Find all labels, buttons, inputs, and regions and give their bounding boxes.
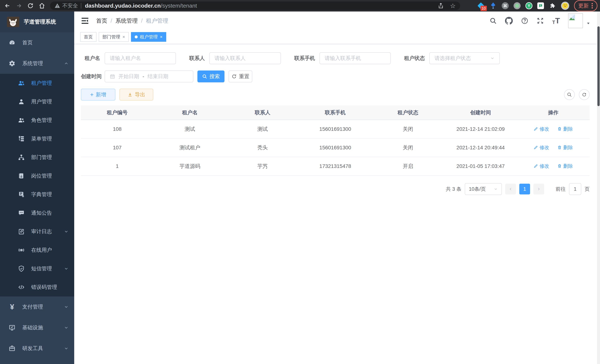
contact-input[interactable] xyxy=(209,52,281,64)
bookmark-star-icon[interactable]: ☆ xyxy=(450,2,456,9)
sidebar-item-notice[interactable]: 通知公告 xyxy=(0,204,74,222)
main-area: 首页 / 系统管理 / 租户管理 TT xyxy=(74,11,597,364)
cell-actions: 修改 删除 xyxy=(517,157,590,176)
sidebar-item-post[interactable]: 岗位管理 xyxy=(0,167,74,185)
chrome-update-button[interactable]: 更新 xyxy=(574,0,597,11)
goto-page-input[interactable] xyxy=(569,183,581,195)
app-title: 芋道管理系统 xyxy=(24,18,56,26)
chevron-down-icon xyxy=(64,266,69,271)
browser-scrollbar[interactable] xyxy=(597,11,600,364)
tab-home[interactable]: 首页 xyxy=(80,32,96,42)
sidebar-item-tenant[interactable]: 租户管理 xyxy=(0,74,74,92)
sidebar-item-infra[interactable]: 基础设施 xyxy=(0,317,74,338)
extension-badge: 10 xyxy=(480,6,487,11)
sidebar-item-devtools[interactable]: 研发工具 xyxy=(0,338,74,359)
sidebar-item-user[interactable]: 用户管理 xyxy=(0,92,74,111)
refresh-table-button[interactable] xyxy=(579,89,590,100)
export-button[interactable]: 导出 xyxy=(120,89,153,101)
app-logo-row[interactable]: 芋道管理系统 xyxy=(0,11,74,32)
edit-link[interactable]: 修改 xyxy=(534,163,549,169)
sidebar-item-label: 岗位管理 xyxy=(31,172,69,179)
message-icon xyxy=(17,210,26,216)
page-size-select[interactable]: 10条/页 xyxy=(465,183,502,195)
table-toolbar: + 新增 导出 xyxy=(81,89,590,101)
urlbar-divider xyxy=(81,3,81,9)
edit-link[interactable]: 修改 xyxy=(534,126,549,132)
refresh-icon xyxy=(582,92,587,97)
security-warning[interactable]: 不安全 xyxy=(55,2,78,9)
sidebar-item-dept[interactable]: 部门管理 xyxy=(0,148,74,167)
reset-button[interactable]: 重置 xyxy=(229,71,252,82)
cell-contact: 测试 xyxy=(226,120,299,138)
prev-page-button[interactable] xyxy=(505,184,516,195)
sidebar-item-dict[interactable]: 字典管理 xyxy=(0,185,74,204)
user-icon xyxy=(17,98,26,105)
status-select[interactable]: 请选择租户状态 xyxy=(429,52,500,64)
users-icon xyxy=(17,80,26,86)
phone-input[interactable] xyxy=(319,52,391,64)
github-icon[interactable] xyxy=(505,17,513,25)
create-time-range-picker[interactable]: 开始日期 - 结束日期 xyxy=(105,71,193,82)
sidebar-item-label: 字典管理 xyxy=(31,191,69,198)
page-number-button[interactable]: 1 xyxy=(519,184,530,195)
sidebar-item-error-code[interactable]: 错误码管理 xyxy=(0,278,74,297)
warning-triangle-icon xyxy=(55,3,60,9)
browser-home-icon[interactable] xyxy=(38,2,46,10)
extensions-puzzle-icon[interactable] xyxy=(549,2,556,9)
search-button[interactable]: 搜索 xyxy=(197,71,225,82)
table-row: 1 芋道源码 芋艿 17321315478 开启 2021-01-05 17:0… xyxy=(81,157,590,176)
share-icon[interactable] xyxy=(438,3,444,9)
tenant-name-input[interactable] xyxy=(105,52,176,64)
profile-avatar-icon[interactable] xyxy=(561,2,569,10)
sidebar-item-label: 部门管理 xyxy=(31,154,69,161)
toggle-search-button[interactable] xyxy=(564,89,575,100)
scrollbar-thumb[interactable] xyxy=(597,26,600,106)
chevron-down-icon xyxy=(494,187,498,191)
browser-reload-icon[interactable] xyxy=(26,2,35,10)
delete-link[interactable]: 删除 xyxy=(557,163,573,169)
help-icon[interactable] xyxy=(521,17,528,25)
chevron-up-icon xyxy=(64,61,69,66)
sidebar-item-menu[interactable]: 菜单管理 xyxy=(0,130,74,148)
browser-forward-icon[interactable] xyxy=(15,2,23,10)
address-bar[interactable]: 不安全 dashboard.yudao.iocoder.cn/system/te… xyxy=(50,1,460,10)
sidebar-item-online-user[interactable]: 在线用户 xyxy=(0,241,74,259)
user-avatar[interactable] xyxy=(568,13,583,28)
page-size-value: 10条/页 xyxy=(469,186,486,192)
users-icon xyxy=(17,117,26,123)
extension-command-icon[interactable] xyxy=(502,2,509,9)
breadcrumb-system[interactable]: 系统管理 xyxy=(115,17,138,25)
edit-link[interactable]: 修改 xyxy=(534,144,549,151)
tab-tenant[interactable]: 租户管理 × xyxy=(131,32,166,42)
sidebar-item-role[interactable]: 角色管理 xyxy=(0,111,74,130)
sidebar-item-payment[interactable]: ¥ 支付管理 xyxy=(0,297,74,317)
tab-dept[interactable]: 部门管理 × xyxy=(99,32,129,42)
sidebar-fold-icon[interactable] xyxy=(81,17,89,25)
tab-close-icon[interactable]: × xyxy=(160,34,162,39)
tab-close-icon[interactable]: × xyxy=(122,34,125,39)
sidebar-item-home[interactable]: 首页 xyxy=(0,32,74,53)
fullscreen-icon[interactable] xyxy=(536,17,544,25)
browser-back-icon[interactable] xyxy=(3,2,11,10)
delete-link[interactable]: 删除 xyxy=(557,144,573,151)
sidebar-item-label: 角色管理 xyxy=(31,117,69,124)
goto-label: 前往 xyxy=(556,186,566,192)
cell-contact: 秃头 xyxy=(226,138,299,157)
extension-chat-icon[interactable] xyxy=(537,2,544,9)
extension-tag-icon[interactable]: 10 xyxy=(477,2,485,9)
add-button[interactable]: + 新增 xyxy=(81,89,115,101)
avatar-caret-icon[interactable] xyxy=(586,21,590,25)
extension-dot-icon[interactable] xyxy=(514,2,521,9)
delete-link[interactable]: 删除 xyxy=(557,126,573,132)
table-row: 108 测试 测试 15601691300 关闭 2021-12-14 21:0… xyxy=(81,120,590,138)
sidebar-item-audit-log[interactable]: 审计日志 xyxy=(0,222,74,241)
sidebar-item-sms[interactable]: 短信管理 xyxy=(0,259,74,278)
font-size-icon[interactable]: TT xyxy=(552,17,560,25)
header-search-icon[interactable] xyxy=(489,17,497,25)
next-page-button[interactable] xyxy=(533,184,544,195)
breadcrumb-home[interactable]: 首页 xyxy=(96,17,107,25)
sidebar-item-system[interactable]: 系统管理 xyxy=(0,53,74,74)
cell-phone: 15601691300 xyxy=(299,138,372,157)
extension-kite-icon[interactable] xyxy=(489,2,497,9)
extension-y-icon[interactable]: Y xyxy=(525,2,533,9)
